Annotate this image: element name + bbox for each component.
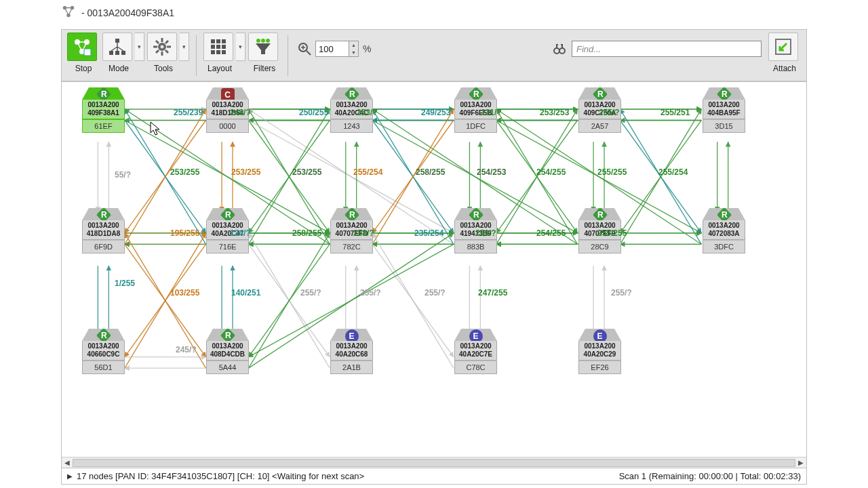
- node-address: 0013A200409F6E5B: [454, 100, 497, 119]
- node-short-address: 1243: [330, 119, 373, 133]
- svg-rect-26: [222, 45, 226, 49]
- network-canvas[interactable]: R0013A200409F38A161EFC0013A200418D1B5400…: [61, 82, 807, 468]
- node-type-badge: R: [468, 87, 484, 102]
- node-address: 0013A20040A20C7E: [454, 341, 497, 361]
- status-right: Scan 1 (Remaining: 00:00:00 | Total: 00:…: [619, 471, 801, 481]
- svg-rect-29: [222, 50, 226, 54]
- network-node-C78C[interactable]: E0013A20040A20C7EC78C: [454, 329, 497, 374]
- zoom-input[interactable]: 100: [315, 41, 349, 57]
- node-short-address: 3D15: [703, 119, 745, 133]
- status-bar: ▶17 nodes [PAN ID: 34F4F341035C1807] [CH…: [61, 468, 807, 485]
- network-node-6F9D[interactable]: R0013A200418D1DA86F9D: [82, 208, 125, 253]
- node-address: 0013A200409C750A: [578, 100, 621, 119]
- mode-dropdown[interactable]: ▾: [135, 33, 144, 61]
- node-short-address: 28C9: [578, 240, 621, 253]
- node-address: 0013A200418D1DA8: [82, 220, 125, 240]
- svg-rect-9: [115, 51, 119, 55]
- zoom-icon[interactable]: [298, 42, 311, 56]
- network-node-EF26[interactable]: E0013A20040A20C29EF26: [578, 329, 621, 374]
- node-address: 0013A200419413B9: [454, 220, 497, 240]
- node-type-badge: R: [716, 207, 732, 223]
- node-address: 0013A2004072083A: [703, 220, 745, 240]
- svg-line-18: [156, 50, 159, 53]
- network-node-2A57[interactable]: R0013A200409C750A2A57: [578, 87, 621, 133]
- node-type-badge: R: [96, 328, 111, 344]
- node-address: 0013A20040660C9C: [82, 341, 125, 361]
- node-short-address: 5A44: [206, 361, 249, 374]
- node-short-address: EF26: [578, 361, 621, 374]
- network-node-61EF[interactable]: R0013A200409F38A161EF: [82, 87, 125, 133]
- node-type-badge: R: [468, 207, 484, 223]
- network-node-3DFC[interactable]: R0013A2004072083A3DFC: [703, 208, 745, 253]
- svg-line-34: [307, 51, 311, 55]
- node-address: 0013A200404BA95F: [703, 100, 745, 119]
- node-short-address: 61EF: [82, 119, 125, 133]
- node-short-address: 782C: [330, 240, 373, 253]
- find-input[interactable]: [572, 41, 762, 57]
- svg-line-19: [165, 41, 168, 43]
- node-short-address: 1DFC: [454, 119, 497, 133]
- node-address: 0013A200418D1B54: [206, 100, 249, 119]
- mode-button[interactable]: Mode: [102, 33, 135, 73]
- node-type-badge: R: [220, 207, 235, 223]
- attach-button[interactable]: Attach: [768, 33, 801, 73]
- page-title: - 0013A200409F38A1: [81, 7, 174, 18]
- layout-button[interactable]: Layout: [203, 33, 236, 73]
- svg-rect-25: [216, 45, 220, 49]
- stop-button[interactable]: Stop: [67, 33, 100, 73]
- node-type-badge: R: [344, 207, 359, 223]
- node-type-badge: R: [96, 87, 111, 102]
- network-node-716E[interactable]: R0013A20040A20C47716E: [206, 208, 249, 253]
- svg-rect-8: [109, 51, 113, 55]
- network-node-56D1[interactable]: R0013A20040660C9C56D1: [82, 329, 125, 374]
- network-node-782C[interactable]: R0013A20040707EFD782C: [330, 208, 373, 253]
- node-address: 0013A20040A20C68: [330, 341, 373, 361]
- play-icon: ▶: [67, 472, 73, 480]
- node-short-address: 56D1: [82, 361, 125, 374]
- svg-point-31: [261, 39, 265, 43]
- svg-point-38: [559, 48, 565, 54]
- network-node-3D15[interactable]: R0013A200404BA95F3D15: [703, 87, 745, 133]
- network-node-28C9[interactable]: R0013A20040707EF928C9: [578, 208, 621, 253]
- node-type-badge: R: [716, 87, 732, 102]
- network-node-883B[interactable]: R0013A200419413B9883B: [454, 208, 497, 253]
- binoculars-icon: [553, 42, 566, 56]
- svg-rect-21: [211, 39, 215, 43]
- network-node-1DFC[interactable]: R0013A200409F6E5B1DFC: [454, 87, 497, 133]
- svg-point-30: [256, 39, 260, 43]
- node-short-address: 3DFC: [703, 240, 745, 253]
- node-short-address: 716E: [206, 240, 249, 253]
- tools-dropdown[interactable]: ▾: [180, 33, 189, 61]
- svg-rect-7: [115, 39, 119, 43]
- node-short-address: 883B: [454, 240, 497, 253]
- network-icon: [61, 4, 76, 21]
- node-address: 0013A20040A20C4C: [330, 100, 373, 119]
- status-left: 17 nodes [PAN ID: 34F4F341035C1807] [CH:…: [77, 471, 364, 481]
- network-node-5A44[interactable]: R0013A200408D4CDB5A44: [206, 329, 249, 374]
- node-address: 0013A200409F38A1: [82, 100, 125, 119]
- svg-rect-6: [84, 49, 91, 56]
- node-address: 0013A20040707EF9: [578, 220, 621, 240]
- network-node-2A1B[interactable]: E0013A20040A20C682A1B: [330, 329, 373, 374]
- node-short-address: C78C: [454, 361, 497, 374]
- network-node-1243[interactable]: R0013A20040A20C4C1243: [330, 87, 373, 133]
- svg-rect-27: [211, 50, 215, 54]
- horizontal-scrollbar[interactable]: ◀▶: [62, 457, 806, 468]
- filters-button[interactable]: Filters: [248, 33, 281, 73]
- layout-dropdown[interactable]: ▾: [236, 33, 245, 61]
- svg-point-37: [554, 48, 559, 54]
- node-address: 0013A20040707EFD: [330, 220, 373, 240]
- zoom-spinner[interactable]: ▲▼: [349, 41, 359, 57]
- svg-rect-22: [216, 39, 220, 43]
- svg-rect-23: [222, 39, 226, 43]
- tools-button[interactable]: Tools: [147, 33, 180, 73]
- svg-rect-24: [211, 45, 215, 49]
- svg-line-125: [372, 233, 454, 368]
- toolbar: Stop Mode ▾ Tools ▾: [62, 30, 806, 81]
- node-address: 0013A20040A20C47: [206, 220, 249, 240]
- network-node-0000[interactable]: C0013A200418D1B540000: [206, 87, 249, 133]
- svg-rect-10: [121, 51, 125, 55]
- node-short-address: 0000: [206, 119, 249, 133]
- node-short-address: 6F9D: [82, 240, 125, 253]
- node-address: 0013A20040A20C29: [578, 341, 621, 361]
